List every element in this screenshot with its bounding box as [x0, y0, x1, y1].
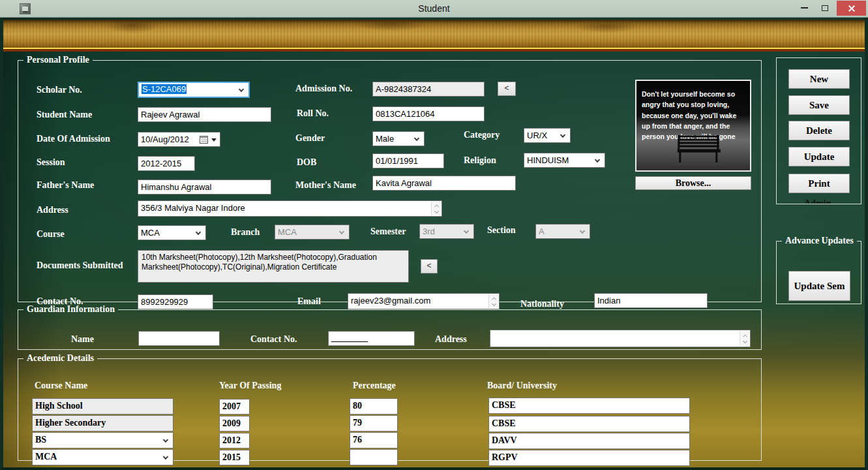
chevron-down-icon	[595, 157, 600, 162]
window-title: Student	[0, 3, 868, 14]
delete-button[interactable]: Delete	[788, 121, 850, 140]
percentage-row-field[interactable]	[350, 449, 398, 465]
dob-field[interactable]: 01/01/1991	[372, 153, 444, 168]
percentage-row-field[interactable]: 76	[350, 432, 398, 448]
year-row-field[interactable]: 2012	[219, 433, 250, 448]
date-of-admission-value: 10/Aug/2012	[141, 134, 189, 144]
dropdown-arrow-icon	[211, 138, 217, 142]
header-percentage: Percentage	[353, 381, 396, 391]
scroll-spinner-icon[interactable]	[431, 202, 441, 215]
student-name-field[interactable]: Rajeev Agrawal	[138, 107, 271, 122]
course-row-combo[interactable]: MCA	[32, 449, 173, 465]
course-row-field[interactable]: High School	[32, 398, 173, 415]
percentage-row-field[interactable]: 79	[350, 415, 398, 431]
chevron-down-icon	[339, 228, 344, 234]
address-field[interactable]: 356/3 Malviya Nagar Indore	[138, 200, 442, 217]
maximize-button[interactable]	[816, 0, 834, 16]
student-form-window: Student Personal Profile Scholar No. S-1…	[0, 0, 868, 470]
documents-back-button[interactable]: <	[421, 259, 438, 274]
actions-panel: New Save Delete Update Print Admin	[776, 57, 861, 204]
session-field[interactable]: 2012-2015	[138, 156, 195, 171]
course-row-combo[interactable]: BS	[32, 432, 173, 448]
guardian-name-label: Name	[71, 334, 94, 345]
minimize-button[interactable]	[795, 0, 813, 16]
photo-quote-text: Don't let yourself become so angry that …	[642, 89, 745, 142]
personal-profile-group: Personal Profile Scholar No. S-12CA069 A…	[18, 55, 762, 302]
admission-no-field[interactable]: A-9824387324	[372, 82, 485, 97]
guardian-contact-label: Contact No.	[250, 334, 297, 345]
date-of-admission-label: Date Of Admission	[37, 134, 110, 144]
category-combo[interactable]: UR/X	[524, 128, 571, 143]
scholar-no-combo[interactable]: S-12CA069	[138, 82, 250, 98]
course-combo[interactable]: MCA	[138, 225, 206, 240]
academic-details-title: Acedemic Details	[23, 353, 97, 364]
gender-combo[interactable]: Male	[372, 131, 425, 146]
mothers-name-label: Mother's Name	[295, 180, 356, 191]
guardian-name-field[interactable]	[138, 331, 220, 346]
board-row-field[interactable]: CBSE	[488, 416, 690, 432]
branch-label: Branch	[231, 227, 260, 238]
guardian-information-title: Guardian Information	[23, 304, 118, 315]
mothers-name-field[interactable]: Kavita Agrawal	[372, 176, 516, 191]
close-icon	[848, 5, 856, 12]
guardian-address-field[interactable]	[490, 330, 751, 347]
masked-underline	[331, 341, 368, 342]
roll-no-label: Roll No.	[297, 108, 329, 119]
year-row-field[interactable]: 2009	[219, 416, 250, 431]
date-of-admission-picker[interactable]: 10/Aug/2012	[138, 132, 220, 147]
browse-button[interactable]: Browse...	[635, 176, 751, 190]
bench-graphic	[671, 135, 730, 165]
fathers-name-field[interactable]: Himanshu Agrawal	[138, 180, 271, 195]
gender-value: Male	[376, 134, 394, 144]
religion-combo[interactable]: HINDUISM	[524, 153, 605, 168]
chevron-down-icon	[163, 437, 168, 442]
course-row-value: BS	[35, 435, 46, 445]
branch-value: MCA	[278, 227, 297, 237]
guardian-contact-field[interactable]	[328, 331, 415, 346]
chevron-down-icon	[414, 135, 419, 140]
board-row-field[interactable]: RGPV	[488, 450, 690, 466]
board-row-field[interactable]: CBSE	[488, 398, 690, 414]
new-button[interactable]: New	[788, 69, 850, 89]
scholar-no-value: S-12CA069	[142, 84, 187, 94]
save-button[interactable]: Save	[788, 95, 850, 115]
board-row-field[interactable]: DAVV	[488, 433, 690, 449]
course-row-field[interactable]: Higher Secondary	[32, 415, 173, 431]
scholar-no-label: Scholar No.	[37, 85, 82, 95]
advance-updates-group: Advance Updates Update Sem	[776, 236, 861, 304]
section-value: A	[539, 227, 545, 236]
religion-value: HINDUISM	[527, 155, 569, 165]
percentage-row-field[interactable]: 80	[350, 398, 398, 415]
documents-submitted-label: Documents Submitted	[37, 260, 123, 271]
year-row-field[interactable]: 2015	[219, 450, 250, 465]
update-button[interactable]: Update	[788, 147, 850, 166]
address-label: Address	[37, 205, 68, 215]
student-photo: Don't let yourself become so angry that …	[635, 80, 751, 172]
print-button[interactable]: Print	[788, 174, 850, 193]
roll-no-field[interactable]: 0813CA121064	[372, 106, 485, 121]
year-row-field[interactable]: 2007	[219, 399, 250, 415]
semester-combo: 3rd	[419, 224, 474, 239]
fathers-name-label: Father's Name	[37, 180, 94, 191]
header-banner	[3, 20, 865, 49]
scroll-spinner-icon[interactable]	[740, 331, 749, 346]
branch-combo: MCA	[275, 225, 350, 240]
category-label: Category	[464, 130, 500, 140]
header-course-name: Course Name	[35, 381, 87, 391]
religion-label: Religion	[464, 155, 496, 166]
header-board-university: Board/ University	[487, 381, 557, 391]
title-bar: Student	[0, 0, 868, 18]
student-name-label: Student Name	[37, 110, 92, 120]
category-value: UR/X	[527, 131, 547, 140]
academic-details-group: Acedemic Details Course Name Year Of Pas…	[18, 353, 762, 461]
admission-no-label: Admission No.	[295, 84, 352, 94]
documents-submitted-field[interactable]: 10th Marksheet(Photocopy),12th Marksheet…	[138, 250, 409, 283]
semester-label: Semester	[370, 227, 406, 237]
clipped-label: Admin	[804, 198, 843, 204]
admission-back-button[interactable]: <	[498, 82, 516, 96]
close-button[interactable]	[837, 1, 866, 16]
guardian-information-group: Guardian Information Name Contact No. Ad…	[18, 304, 762, 350]
course-value: MCA	[141, 228, 160, 238]
gender-label: Gender	[295, 133, 325, 144]
update-sem-button[interactable]: Update Sem	[788, 271, 850, 301]
